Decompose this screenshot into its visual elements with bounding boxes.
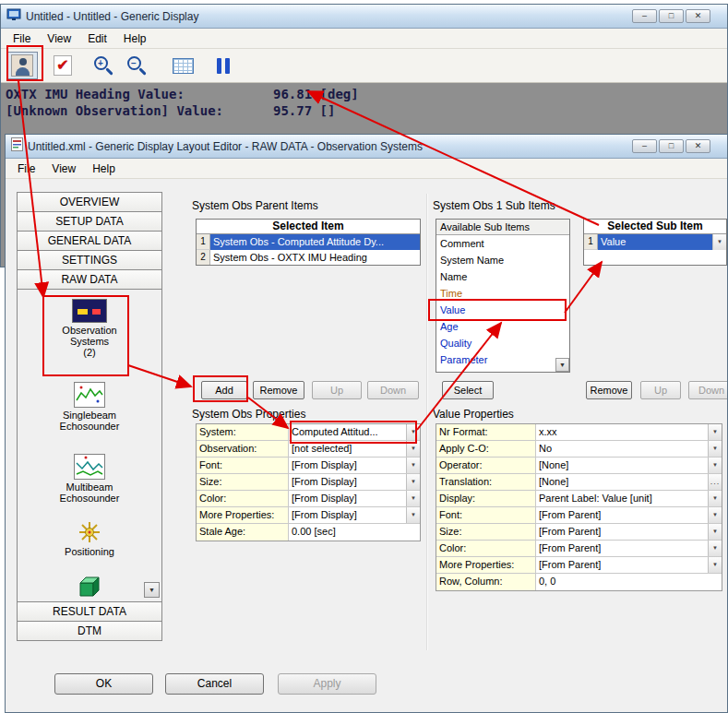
minimize-button[interactable]: –	[632, 139, 657, 153]
grid-view-button[interactable]	[167, 52, 198, 79]
sidebar-button-dtm[interactable]: DTM	[17, 621, 162, 641]
ellipsis-button[interactable]: ...	[708, 474, 722, 490]
cancel-button[interactable]: Cancel	[165, 673, 264, 695]
dropdown-arrow-icon[interactable]: ▼	[708, 424, 722, 440]
minimize-button[interactable]: –	[632, 9, 657, 23]
value-property-value[interactable]: [None]▼	[536, 458, 722, 473]
menu-help[interactable]: Help	[84, 160, 124, 177]
close-button[interactable]: ✕	[686, 9, 710, 23]
value-property-label: Nr Format:	[436, 424, 536, 440]
obs-property-value[interactable]: [From Display]▼	[289, 491, 420, 506]
obs-property-value[interactable]: [not selected]▼	[289, 441, 420, 457]
zoom-out-button[interactable]: −	[121, 52, 152, 79]
menu-view[interactable]: View	[39, 30, 79, 47]
maximize-button[interactable]: □	[659, 139, 684, 153]
value-property-value[interactable]: [From Parent]▼	[536, 541, 722, 556]
down-button[interactable]: Down	[688, 381, 728, 399]
value-property-row: Font:[From Parent]▼	[436, 507, 722, 524]
dropdown-arrow-icon[interactable]: ▼	[708, 541, 722, 556]
window-title: Untitled - Untitled - Generic Display	[26, 10, 627, 23]
sidebar-button-raw-data[interactable]: RAW DATA	[17, 269, 162, 290]
value-property-label: Display:	[436, 491, 536, 506]
value-property-row: Nr Format:x.xx▼	[436, 424, 722, 441]
validate-button[interactable]: ✔	[47, 52, 78, 79]
sidebar-button-overview[interactable]: OVERVIEW	[17, 192, 162, 212]
sidebar-button-settings[interactable]: SETTINGS	[17, 250, 162, 270]
selected-sub-row[interactable]: 1Value▼	[584, 234, 726, 250]
sidebar-button-setup-data[interactable]: SETUP DATA	[17, 211, 162, 232]
close-button[interactable]: ✕	[686, 139, 710, 153]
dropdown-arrow-icon[interactable]: ▼	[406, 491, 420, 506]
sub-item-quality[interactable]: Quality	[436, 335, 569, 351]
zoom-in-button[interactable]: +	[88, 52, 119, 79]
display-menu-bar: FileViewEditHelp	[1, 29, 727, 49]
dropdown-arrow-icon[interactable]: ▼	[712, 234, 726, 250]
dropdown-arrow-icon[interactable]: ▼	[406, 424, 420, 440]
parent-item-row[interactable]: 2System Obs - OXTX IMU Heading	[197, 250, 420, 266]
category-singlebeam-echosounder[interactable]: Singlebeam Echosounder	[18, 382, 161, 432]
value-property-value[interactable]: [From Parent]▼	[536, 524, 722, 540]
obs-property-value[interactable]: Computed Attitud...▼	[289, 424, 420, 440]
parent-item-row[interactable]: 1System Obs - Computed Attitude Dy...	[197, 234, 420, 250]
check-icon: ✔	[54, 55, 72, 76]
dropdown-arrow-icon[interactable]: ▼	[708, 557, 722, 573]
value-property-value: 0, 0	[536, 574, 722, 590]
maximize-button[interactable]: □	[659, 9, 684, 23]
dropdown-arrow-icon[interactable]: ▼	[708, 441, 722, 457]
value-property-value[interactable]: Parent Label: Value [unit]▼	[536, 491, 722, 506]
value-property-value[interactable]: [From Parent]▼	[536, 557, 722, 573]
value-property-value[interactable]: [From Parent]▼	[536, 507, 722, 523]
select-button[interactable]: Select	[442, 381, 494, 399]
sidebar-scroll-down-button[interactable]: ▼	[144, 582, 160, 598]
display-window-titlebar[interactable]: Untitled - Untitled - Generic Display – …	[1, 5, 727, 29]
sidebar-button-general-data[interactable]: GENERAL DATA	[17, 231, 162, 251]
user-display-button[interactable]	[6, 52, 38, 79]
sub-item-comment[interactable]: Comment	[436, 235, 569, 252]
category-next-item[interactable]	[18, 576, 161, 598]
menu-help[interactable]: Help	[115, 30, 155, 47]
pause-button[interactable]	[208, 52, 239, 79]
add-button[interactable]: Add	[201, 381, 247, 399]
list-scroll-down-button[interactable]: ▼	[555, 358, 569, 372]
obs-property-value[interactable]: [From Display]▼	[289, 507, 420, 523]
obs-property-value[interactable]: [From Display]▼	[289, 474, 420, 490]
ok-button[interactable]: OK	[54, 673, 153, 695]
sidebar-button-result-data[interactable]: RESULT DATA	[17, 601, 162, 622]
menu-file[interactable]: File	[9, 160, 43, 177]
sub-item-name[interactable]: Name	[436, 268, 569, 285]
dropdown-arrow-icon[interactable]: ▼	[708, 524, 722, 540]
value-property-value[interactable]: No▼	[536, 441, 722, 457]
category-label: Singlebeam Echosounder	[60, 410, 120, 432]
menu-edit[interactable]: Edit	[79, 30, 115, 47]
menu-view[interactable]: View	[43, 160, 84, 177]
remove-button[interactable]: Remove	[586, 381, 632, 399]
apply-button[interactable]: Apply	[278, 673, 376, 695]
remove-button[interactable]: Remove	[253, 381, 304, 399]
dropdown-arrow-icon[interactable]: ▼	[406, 441, 420, 457]
dropdown-arrow-icon[interactable]: ▼	[406, 458, 420, 473]
value-text: [None]	[536, 474, 708, 490]
dropdown-arrow-icon[interactable]: ▼	[708, 491, 722, 506]
value-property-value[interactable]: x.xx▼	[536, 424, 722, 440]
sub-item-age[interactable]: Age	[436, 318, 569, 335]
obs-property-label: Color:	[197, 491, 289, 506]
category-positioning[interactable]: Positioning	[18, 520, 161, 557]
value-property-value[interactable]: [None]...	[536, 474, 722, 490]
obs-property-row: Font:[From Display]▼	[197, 458, 420, 474]
sub-item-time[interactable]: Time	[436, 285, 569, 302]
category-observation-systems[interactable]: Observation Systems (2)	[18, 299, 161, 358]
menu-file[interactable]: File	[5, 30, 39, 47]
dropdown-arrow-icon[interactable]: ▼	[708, 507, 722, 523]
up-button[interactable]: Up	[640, 381, 681, 399]
category-multibeam-echosounder[interactable]: Multibeam Echosounder	[18, 454, 161, 504]
obs-property-value[interactable]: [From Display]▼	[289, 458, 420, 473]
dropdown-arrow-icon[interactable]: ▼	[406, 507, 420, 523]
up-button[interactable]: Up	[312, 381, 362, 399]
sub-item-value[interactable]: Value	[436, 302, 569, 318]
sub-item-parameter[interactable]: Parameter	[436, 351, 569, 368]
sub-item-system-name[interactable]: System Name	[436, 252, 569, 268]
editor-window-titlebar[interactable]: Untitled.xml - Generic Display Layout Ed…	[6, 135, 727, 159]
down-button[interactable]: Down	[367, 381, 419, 399]
dropdown-arrow-icon[interactable]: ▼	[406, 474, 420, 490]
dropdown-arrow-icon[interactable]: ▼	[708, 458, 722, 473]
